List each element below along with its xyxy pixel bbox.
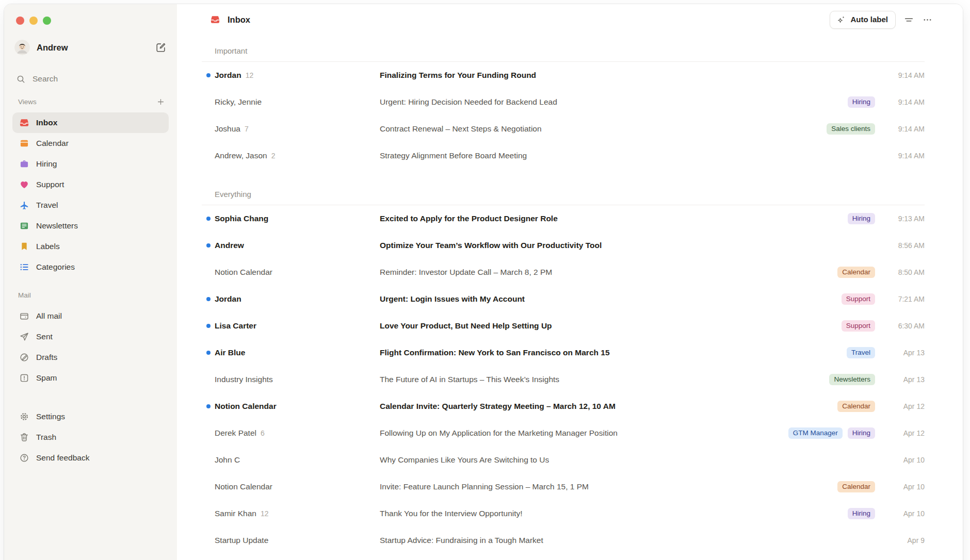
email-row[interactable]: Startup Update Startup Advice: Fundraisi…: [202, 527, 925, 554]
sidebar-item-spam[interactable]: Spam: [12, 368, 169, 388]
label-badge-calendar[interactable]: Calendar: [837, 267, 875, 278]
email-row[interactable]: Andrew, Jason2 Strategy Alignment Before…: [202, 142, 925, 169]
email-subject: Finalizing Terms for Your Funding Round: [380, 71, 867, 80]
email-list: Important Jordan12 Finalizing Terms for …: [177, 35, 963, 560]
email-subject: Reminder: Investor Update Call – March 8…: [380, 268, 829, 277]
email-time: Apr 12: [875, 429, 925, 437]
zoom-button[interactable]: [43, 17, 51, 25]
more-options-icon[interactable]: [922, 14, 933, 25]
sidebar-item-support[interactable]: Support: [12, 174, 169, 195]
email-subject: Calendar Invite: Quarterly Strategy Meet…: [380, 402, 829, 411]
email-row[interactable]: Jordan12 Finalizing Terms for Your Fundi…: [202, 62, 925, 89]
search-icon: [16, 74, 26, 84]
sidebar-item-drafts[interactable]: Drafts: [12, 347, 169, 368]
email-row[interactable]: Joshua7 Contract Renewal – Next Steps & …: [202, 116, 925, 142]
email-row[interactable]: Samir Khan12 Thank You for the Interview…: [202, 500, 925, 527]
email-time: 9:14 AM: [875, 98, 925, 106]
sidebar-item-send-feedback[interactable]: Send feedback: [12, 448, 169, 468]
label-badge-newsletters[interactable]: Newsletters: [829, 374, 875, 385]
email-row[interactable]: Sophia Chang Excited to Apply for the Pr…: [202, 205, 925, 232]
label-badge-travel[interactable]: Travel: [847, 347, 875, 358]
email-time: Apr 12: [875, 402, 925, 410]
email-row[interactable]: Air Blue Flight Confirmation: New York t…: [202, 339, 925, 366]
label-badge-calendar[interactable]: Calendar: [837, 481, 875, 492]
email-subject: Strategy Alignment Before Board Meeting: [380, 151, 867, 160]
label-badge-calendar[interactable]: Calendar: [837, 401, 875, 412]
sidebar-item-calendar[interactable]: Calendar: [12, 133, 169, 154]
draft-icon: [19, 352, 29, 363]
list-icon: [19, 262, 29, 272]
email-section: Important Jordan12 Finalizing Terms for …: [202, 35, 925, 169]
auto-label-button[interactable]: Auto label: [830, 11, 896, 29]
sidebar-item-sent[interactable]: Sent: [12, 326, 169, 347]
label-badge-support[interactable]: Support: [842, 293, 875, 305]
email-tags: Support: [842, 293, 875, 305]
email-subject: Why Companies Like Yours Are Switching t…: [380, 455, 867, 465]
email-subject: Invite: Feature Launch Planning Session …: [380, 482, 829, 491]
sidebar-item-inbox[interactable]: Inbox: [12, 112, 169, 133]
email-sender: Jordan: [215, 294, 380, 304]
unread-dot: [206, 73, 211, 77]
sidebar-item-hiring[interactable]: Hiring: [12, 154, 169, 174]
sidebar-item-categories[interactable]: Categories: [12, 257, 169, 277]
email-subject: Thank You for the Interview Opportunity!: [380, 509, 839, 518]
label-badge-hiring[interactable]: Hiring: [848, 427, 875, 439]
account-name: Andrew: [37, 43, 68, 53]
email-row[interactable]: Ricky, Jennie Urgent: Hiring Decision Ne…: [202, 89, 925, 116]
close-button[interactable]: [16, 17, 24, 25]
email-sender: John C: [215, 455, 380, 465]
inbox-icon: [210, 14, 220, 25]
email-row[interactable]: Derek Patel6 Following Up on My Applicat…: [202, 420, 925, 447]
email-row[interactable]: Notion Calendar Reminder: Investor Updat…: [202, 259, 925, 286]
email-row[interactable]: John C Why Companies Like Yours Are Swit…: [202, 447, 925, 473]
email-time: 6:30 AM: [875, 322, 925, 330]
add-view-icon[interactable]: [156, 97, 165, 106]
label-badge-sales-clients[interactable]: Sales clients: [827, 123, 875, 135]
search-button[interactable]: Search: [12, 69, 169, 89]
email-tags: Hiring: [848, 508, 875, 519]
email-tags: Hiring: [848, 96, 875, 108]
label-badge-hiring[interactable]: Hiring: [848, 213, 875, 224]
email-row[interactable]: Car Rentals Upgrade: Rental Details – Pi…: [202, 554, 925, 560]
label-badge-hiring[interactable]: Hiring: [848, 96, 875, 108]
minimize-button[interactable]: [29, 17, 38, 25]
email-sender: Andrew: [215, 241, 380, 250]
sidebar-item-newsletters[interactable]: Newsletters: [12, 216, 169, 236]
email-sender: Startup Update: [215, 536, 380, 545]
email-row[interactable]: Notion Calendar Invite: Feature Launch P…: [202, 473, 925, 500]
email-row[interactable]: Andrew Optimize Your Team’s Workflow wit…: [202, 232, 925, 259]
email-subject: Urgent: Login Issues with My Account: [380, 294, 833, 304]
email-sender: Andrew, Jason2: [215, 151, 380, 160]
compose-icon[interactable]: [155, 42, 167, 53]
email-time: Apr 10: [875, 483, 925, 491]
email-sender: Joshua7: [215, 124, 380, 134]
email-row[interactable]: Lisa Carter Love Your Product, But Need …: [202, 312, 925, 339]
filter-icon[interactable]: [903, 14, 914, 25]
sidebar-item-settings[interactable]: Settings: [12, 406, 169, 427]
avatar[interactable]: [14, 40, 30, 55]
auto-label-text: Auto label: [850, 15, 888, 24]
email-sender: Lisa Carter: [215, 321, 380, 331]
sidebar-item-trash[interactable]: Trash: [12, 427, 169, 448]
email-row[interactable]: Notion Calendar Calendar Invite: Quarter…: [202, 393, 925, 420]
views-section-label: Views: [18, 98, 37, 106]
email-time: Apr 9: [875, 536, 925, 545]
email-row[interactable]: Industry Insights The Future of AI in St…: [202, 366, 925, 393]
label-badge-support[interactable]: Support: [842, 320, 875, 332]
email-row[interactable]: Jordan Urgent: Login Issues with My Acco…: [202, 286, 925, 312]
unread-dot: [206, 404, 211, 408]
email-subject: Contract Renewal – Next Steps & Negotiat…: [380, 124, 818, 134]
email-tags: Calendar: [837, 267, 875, 278]
email-subject: Love Your Product, But Need Help Setting…: [380, 321, 833, 331]
sidebar-item-travel[interactable]: Travel: [12, 195, 169, 216]
sidebar-item-all-mail[interactable]: All mail: [12, 306, 169, 326]
label-badge-hiring[interactable]: Hiring: [848, 508, 875, 519]
email-tags: Hiring: [848, 213, 875, 224]
label-badge-gtm-manager[interactable]: GTM Manager: [788, 427, 843, 439]
page-title: Inbox: [228, 15, 250, 25]
inbox-header: Inbox Auto label: [177, 4, 963, 35]
email-sender: Air Blue: [215, 348, 380, 357]
sidebar-item-labels[interactable]: Labels: [12, 236, 169, 257]
email-tags: Travel: [847, 347, 875, 358]
email-sender: Sophia Chang: [215, 214, 380, 223]
